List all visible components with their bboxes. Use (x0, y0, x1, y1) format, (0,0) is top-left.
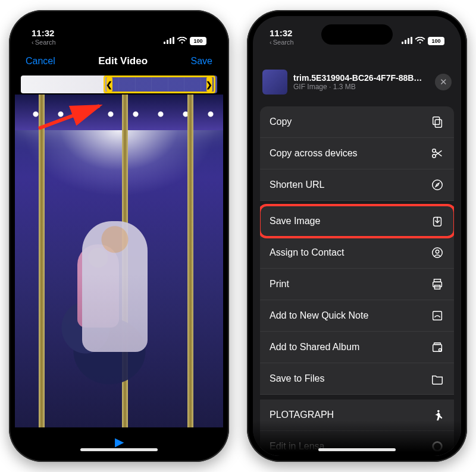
action-label: Copy (270, 117, 292, 127)
svg-rect-7 (405, 40, 406, 44)
adult-figure (82, 221, 148, 352)
timeline-wrap: ❮ ❯ (15, 74, 223, 95)
svg-rect-1 (167, 40, 168, 44)
screen-right: 11:32 ‹ Search 100 trim.5E319904-BC2 (253, 16, 461, 456)
nav-title: Edit Video (98, 55, 148, 67)
svg-rect-0 (164, 42, 165, 44)
wifi-icon (415, 36, 425, 46)
scissors-icon (430, 146, 444, 161)
close-button[interactable]: ✕ (435, 74, 452, 90)
home-indicator[interactable] (80, 448, 158, 451)
album-icon (430, 340, 444, 354)
action-save-image[interactable]: Save Image (260, 201, 454, 237)
action-copy[interactable]: Copy (260, 106, 454, 138)
status-time: 11:32 (32, 29, 54, 39)
play-bar: ▶ (15, 427, 223, 456)
dynamic-island (83, 24, 155, 45)
file-name: trim.5E319904-BC26-4F7F-88B… (293, 73, 429, 83)
action-label: Assign to Contact (270, 247, 344, 258)
file-subtitle: GIF Image · 1.3 MB (293, 83, 429, 91)
svg-rect-9 (411, 37, 412, 44)
action-edit-in-lensa[interactable]: Edit in Lensa (260, 431, 454, 456)
share-actions-scroll[interactable]: CopyCopy across devicesShorten URLSave I… (253, 103, 461, 456)
action-print[interactable]: Print (260, 269, 454, 300)
phone-right: 11:32 ‹ Search 100 trim.5E319904-BC2 (247, 10, 467, 462)
person-icon (430, 246, 444, 260)
signal-icon (402, 36, 412, 46)
svg-rect-2 (170, 38, 171, 44)
action-assign-to-contact[interactable]: Assign to Contact (260, 237, 454, 269)
edit-nav-bar: Cancel Edit Video Save (15, 48, 223, 74)
share-sheet-backdrop (253, 48, 461, 64)
save-button[interactable]: Save (191, 56, 212, 67)
video-timeline[interactable]: ❮ ❯ (21, 75, 217, 93)
ring-icon (430, 439, 444, 454)
action-add-to-shared-album[interactable]: Add to Shared Album (260, 332, 454, 363)
action-shorten-url[interactable]: Shorten URL (260, 169, 454, 201)
action-label: PLOTAGRAPH (270, 410, 334, 420)
action-label: Save to Files (270, 373, 324, 384)
folder-icon (430, 372, 444, 386)
action-copy-across-devices[interactable]: Copy across devices (260, 138, 454, 169)
trim-selection[interactable]: ❮ ❯ (104, 75, 215, 93)
svg-rect-8 (408, 38, 409, 44)
note-icon (430, 309, 444, 323)
share-sheet-header: trim.5E319904-BC26-4F7F-88B… GIF Image ·… (253, 64, 461, 103)
dynamic-island (321, 24, 393, 45)
action-label: Shorten URL (270, 180, 325, 190)
action-label: Copy across devices (270, 148, 358, 159)
screen-left: 11:32 ‹ Search 100 Cancel Edit Video Sav… (15, 16, 223, 456)
action-add-to-new-quick-note[interactable]: Add to New Quick Note (260, 300, 454, 332)
compass-icon (430, 178, 444, 192)
action-save-to-files[interactable]: Save to Files (260, 363, 454, 395)
trim-handle-left[interactable]: ❮ (107, 77, 112, 92)
signal-icon (164, 36, 174, 46)
download-icon (430, 214, 444, 228)
chevron-left-icon: ‹ (32, 39, 34, 46)
svg-point-4 (181, 42, 183, 44)
video-preview[interactable] (15, 95, 223, 427)
chevron-left-icon: ‹ (270, 39, 272, 46)
svg-point-10 (419, 42, 421, 44)
battery-icon: 100 (428, 37, 444, 45)
cancel-button[interactable]: Cancel (26, 56, 55, 67)
action-label: Print (270, 279, 289, 290)
wifi-icon (177, 36, 187, 46)
status-right: 100 (164, 36, 206, 46)
action-label: Edit in Lensa (270, 441, 325, 452)
status-right: 100 (402, 36, 444, 46)
share-actions-list: CopyCopy across devicesShorten URLSave I… (260, 106, 454, 456)
svg-rect-6 (402, 42, 403, 44)
action-label: Add to New Quick Note (270, 310, 368, 321)
action-plotagraph[interactable]: PLOTAGRAPH (260, 395, 454, 431)
close-icon: ✕ (440, 77, 447, 87)
status-time: 11:32 (270, 29, 292, 39)
svg-rect-3 (173, 37, 174, 44)
file-thumbnail (262, 70, 287, 95)
dancer-icon (430, 408, 444, 422)
action-label: Save Image (270, 216, 320, 226)
print-icon (430, 277, 444, 291)
action-label: Add to Shared Album (270, 342, 359, 353)
phone-left: 11:32 ‹ Search 100 Cancel Edit Video Sav… (9, 10, 229, 462)
copy-icon (430, 115, 444, 129)
play-button[interactable]: ▶ (115, 435, 124, 449)
back-crumb[interactable]: ‹ Search (270, 39, 294, 46)
back-crumb[interactable]: ‹ Search (32, 39, 56, 46)
home-indicator[interactable] (318, 448, 396, 451)
battery-icon: 100 (190, 37, 206, 45)
trim-handle-right[interactable]: ❯ (206, 77, 212, 92)
